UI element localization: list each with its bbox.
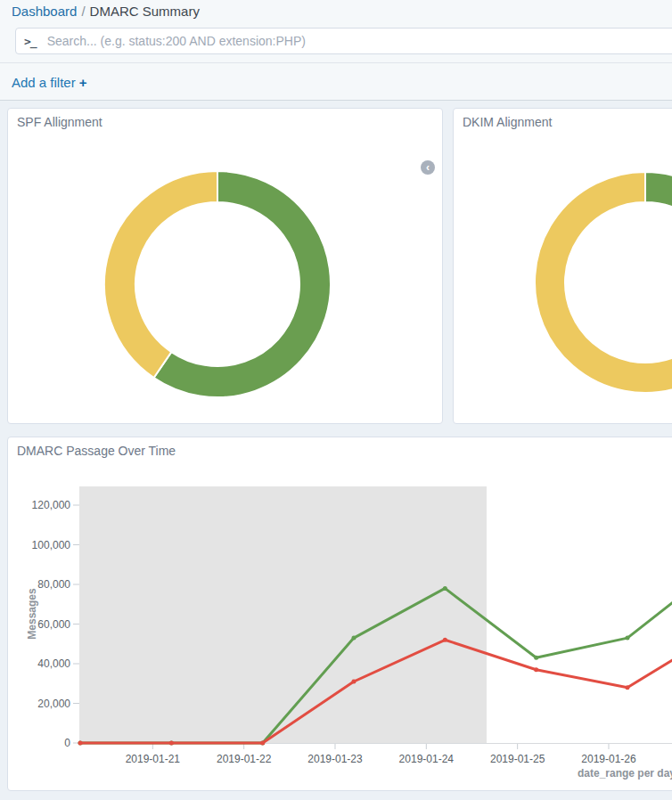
- data-point-red[interactable]: [169, 741, 174, 746]
- query-header: Dashboard/DMARC Summary >_ Add a filter+: [0, 0, 672, 101]
- page-title: DMARC Summary: [90, 4, 200, 19]
- terminal-prompt-icon: >_: [24, 35, 37, 48]
- data-point-red[interactable]: [443, 638, 447, 642]
- x-tick-label: 2019-01-26: [581, 753, 636, 765]
- x-tick-label: 2019-01-24: [399, 753, 455, 765]
- spf-donut-chart[interactable]: [8, 109, 442, 423]
- plus-icon: +: [79, 75, 87, 90]
- data-point-red[interactable]: [351, 680, 356, 684]
- search-bar[interactable]: >_: [15, 28, 672, 54]
- breadcrumb: Dashboard/DMARC Summary: [12, 4, 200, 19]
- y-tick-label: 120,000: [32, 499, 71, 511]
- donut-slice-yellow[interactable]: [535, 172, 672, 393]
- dmarc-line-chart[interactable]: 020,00040,00060,00080,000100,000120,0002…: [8, 437, 672, 790]
- breadcrumb-dashboard-link[interactable]: Dashboard: [12, 4, 77, 19]
- x-tick-label: 2019-01-21: [126, 753, 181, 765]
- dkim-donut-chart[interactable]: [454, 109, 672, 423]
- panel-dkim-alignment: DKIM Alignment: [453, 108, 672, 424]
- data-point-red[interactable]: [534, 667, 538, 672]
- y-tick-label: 40,000: [37, 657, 70, 670]
- time-filter-selection[interactable]: [79, 486, 487, 743]
- y-tick-label: 20,000: [37, 698, 70, 710]
- y-tick-label: 80,000: [37, 578, 70, 591]
- y-tick-label: 0: [64, 737, 70, 749]
- data-point-green[interactable]: [625, 636, 629, 641]
- panel-spf-alignment: SPF Allignment ‹: [7, 108, 443, 424]
- x-tick-label: 2019-01-23: [307, 753, 363, 765]
- querybar-divider: [0, 62, 672, 63]
- data-point-green[interactable]: [534, 656, 538, 660]
- breadcrumb-separator: /: [81, 4, 85, 19]
- data-point-red[interactable]: [625, 685, 629, 690]
- y-tick-label: 60,000: [37, 618, 70, 631]
- x-tick-label: 2019-01-22: [217, 753, 272, 765]
- add-filter-label: Add a filter: [12, 75, 76, 90]
- search-input[interactable]: [45, 33, 672, 49]
- add-filter-link[interactable]: Add a filter+: [12, 75, 86, 90]
- panel-dmarc-passage: DMARC Passage Over Time 020,00040,00060,…: [7, 437, 672, 791]
- x-axis-title: date_range per day: [578, 767, 672, 780]
- y-tick-label: 100,000: [32, 539, 71, 551]
- data-point-red[interactable]: [260, 741, 265, 746]
- data-point-red[interactable]: [78, 741, 83, 746]
- y-axis-title: Messages: [26, 588, 38, 640]
- x-tick-label: 2019-01-25: [490, 753, 545, 765]
- donut-slice-green[interactable]: [645, 172, 672, 208]
- data-point-green[interactable]: [443, 586, 447, 591]
- data-point-green[interactable]: [351, 636, 356, 641]
- donut-slice-yellow[interactable]: [104, 171, 217, 378]
